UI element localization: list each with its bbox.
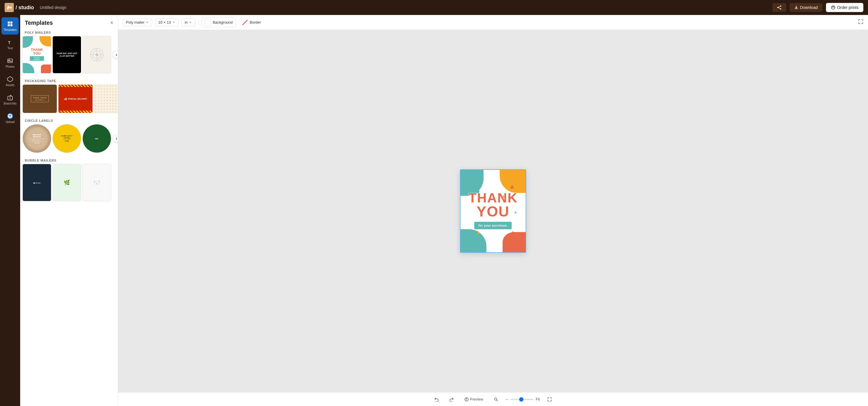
template-thumb-thank-you[interactable]: THANKYOU for your purchase.	[23, 36, 51, 73]
svg-point-2	[780, 8, 781, 9]
template-grid-circle: MarseilleBrownie RICH, SAVORY, DELICIOUS…	[20, 124, 118, 156]
template-thumb-blur-green[interactable]: est.	[83, 124, 111, 153]
canvas-toolbar: Poly mailer 10 × 13 in Background	[118, 15, 868, 30]
svg-line-4	[778, 6, 780, 8]
panel-header: Templates ×	[20, 15, 118, 29]
logo-text: / studio	[16, 5, 34, 11]
svg-rect-9	[10, 21, 12, 23]
undo-button[interactable]	[431, 395, 442, 403]
card-subtitle-text: for your purchase.	[474, 222, 512, 229]
zoom-minus[interactable]: −	[506, 397, 508, 402]
svg-rect-10	[8, 24, 10, 26]
icon-bar: Templates T Text Photos Assets Brand kit…	[0, 15, 20, 406]
sidebar-item-photos[interactable]: Photos	[1, 54, 19, 71]
svg-rect-11	[10, 24, 12, 26]
border-icon	[242, 19, 248, 26]
topbar: / studio Untitled design Download Order …	[0, 0, 868, 15]
border-button[interactable]: Border	[239, 18, 264, 27]
templates-panel: Templates × POLY MAILERS THANKYOU for yo…	[20, 15, 118, 406]
sidebar-label-assets: Assets	[6, 83, 14, 87]
svg-marker-30	[477, 231, 480, 235]
template-thumb-bubble-pattern[interactable]	[83, 164, 111, 201]
sidebar-item-templates[interactable]: Templates	[1, 17, 19, 35]
background-button[interactable]: Background	[202, 18, 236, 27]
template-thumb-circle-pattern[interactable]	[83, 36, 111, 73]
template-thumb-tape-dots[interactable]	[94, 84, 118, 113]
canvas-wrapper[interactable]: + + THANK YOU for your purchase.	[118, 30, 868, 392]
toolbar-divider-1	[198, 19, 198, 26]
fullscreen-button[interactable]	[545, 395, 555, 403]
zoom-controls: − Fit	[506, 397, 540, 402]
svg-point-3	[777, 7, 778, 8]
design-title[interactable]: Untitled design	[40, 5, 67, 10]
zoom-fit-label[interactable]: Fit	[536, 397, 540, 401]
card-thank-text: THANK	[465, 191, 522, 204]
svg-line-25	[243, 20, 247, 25]
svg-point-6	[831, 6, 835, 9]
redo-button[interactable]	[446, 395, 457, 403]
unit-selector[interactable]: in	[182, 19, 195, 26]
template-thumb-bubble-dark[interactable]: ☕ design	[23, 164, 51, 201]
app-logo: / studio	[5, 3, 34, 12]
svg-point-1	[780, 5, 781, 7]
sidebar-label-templates: Templates	[3, 28, 17, 31]
template-thumb-bubble-floral[interactable]: 🌿	[53, 164, 81, 201]
template-grid-poly: THANKYOU for your purchase. YOUR DAY JUS…	[20, 36, 118, 77]
template-thumb-tape-red[interactable]: 🚚 SPECIAL DELIVERY	[58, 84, 93, 113]
svg-rect-8	[8, 21, 10, 23]
sidebar-label-brand-kits: Brand kits	[4, 102, 17, 105]
svg-line-36	[497, 400, 498, 401]
panel-close-button[interactable]: ×	[110, 20, 113, 26]
template-thumb-marseille[interactable]: MarseilleBrownie RICH, SAVORY, DELICIOUS…	[23, 124, 51, 153]
sidebar-item-text[interactable]: T Text	[1, 36, 19, 53]
panel-title: Templates	[25, 20, 53, 26]
preview-button[interactable]: Preview	[461, 395, 486, 403]
svg-text:T: T	[8, 40, 11, 45]
product-selector[interactable]: Poly mailer	[123, 19, 152, 26]
size-selector[interactable]: 10 × 13	[155, 19, 179, 26]
zoom-slider[interactable]	[510, 399, 533, 400]
logo-icon	[5, 3, 14, 12]
zoom-search-button[interactable]	[491, 395, 501, 403]
download-button[interactable]: Download	[789, 3, 823, 12]
template-thumb-tape-brown[interactable]: TAPE-TAPEVOLUME 3	[23, 84, 57, 113]
canvas-area: Poly mailer 10 × 13 in Background	[118, 15, 868, 406]
section-label-circle-labels: CIRCLE LABELS	[20, 116, 118, 124]
svg-line-5	[778, 7, 780, 9]
svg-marker-28	[510, 185, 514, 189]
sidebar-item-brand-kits[interactable]: Brand kits	[1, 91, 19, 108]
share-button[interactable]	[772, 3, 786, 12]
svg-marker-32	[510, 231, 515, 235]
sidebar-item-assets[interactable]: Assets	[1, 73, 19, 90]
expand-button[interactable]	[858, 19, 863, 26]
canvas-bottombar: Preview − Fit	[118, 392, 868, 406]
order-prints-button[interactable]: Order prints	[826, 3, 863, 12]
poly-mailers-next-arrow[interactable]: ›	[113, 51, 118, 59]
sidebar-label-text: Text	[7, 47, 13, 50]
design-canvas[interactable]: + + THANK YOU for your purchase.	[460, 169, 526, 253]
template-thumb-your-day[interactable]: YOUR DAY JUST GOTA LOT BETTER	[53, 36, 81, 73]
card-you-text: YOU	[465, 204, 522, 219]
section-label-packaging-tape: PACKAGING TAPE	[20, 77, 118, 84]
card-text-content: THANK YOU for your purchase.	[465, 191, 522, 229]
main-layout: Templates T Text Photos Assets Brand kit…	[0, 15, 868, 406]
circle-labels-next-arrow[interactable]: ›	[113, 134, 118, 142]
sidebar-label-upload: Upload	[5, 121, 15, 124]
sidebar-item-upload[interactable]: Upload	[1, 109, 19, 127]
svg-text:+: +	[475, 237, 477, 242]
section-label-bubble-mailers: BUBBLE MAILERS	[20, 156, 118, 164]
section-label-poly-mailers: POLY MAILERS	[20, 29, 118, 36]
template-grid-tape: TAPE-TAPEVOLUME 3 🚚 SPECIAL DELIVERY ›	[20, 84, 118, 116]
svg-marker-15	[7, 76, 13, 81]
background-color-swatch	[205, 19, 211, 26]
template-thumb-campcoffy[interactable]: CampCoffy TRAILHEADLIGHT ROAST 4 OZ	[53, 124, 81, 153]
sidebar-label-photos: Photos	[5, 65, 14, 68]
template-grid-bubble: ☕ design 🌿	[20, 164, 118, 205]
svg-point-0	[7, 8, 9, 10]
svg-point-7	[833, 7, 833, 7]
